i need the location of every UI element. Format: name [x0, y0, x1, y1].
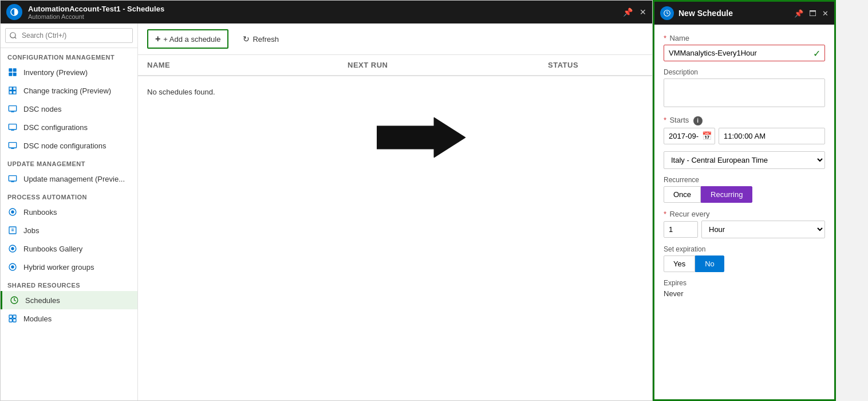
window-controls: 📌 ✕ — [623, 7, 646, 17]
calendar-icon[interactable]: 📅 — [702, 131, 712, 140]
sidebar: Configuration Management Inventory (Prev… — [1, 23, 138, 400]
sidebar-item-dsc-node-configurations[interactable]: DSC node configurations — [1, 136, 137, 155]
col-header-name: Name — [147, 61, 348, 69]
starts-required-star: * — [664, 116, 666, 124]
date-input-wrapper: 📅 — [664, 128, 715, 144]
expires-label: Expires — [664, 279, 825, 287]
recur-every-unit-select[interactable]: HourDayWeekMonth — [701, 221, 825, 238]
refresh-icon: ↻ — [243, 34, 250, 44]
panel-close-icon[interactable]: ✕ — [822, 9, 828, 18]
recurrence-recurring-button[interactable]: Recurring — [701, 186, 752, 203]
inventory-icon — [7, 67, 18, 77]
name-required-star: * — [664, 34, 666, 42]
pin-icon[interactable]: 📌 — [623, 7, 633, 17]
sidebar-item-inventory[interactable]: Inventory (Preview) — [1, 63, 137, 81]
recur-every-label: * Recur every — [664, 210, 825, 218]
time-input[interactable] — [719, 128, 825, 144]
svg-rect-28 — [13, 315, 16, 318]
sidebar-item-runbooks-gallery[interactable]: Runbooks Gallery — [1, 239, 137, 258]
timezone-select[interactable]: Italy - Central European TimeUTCPacific … — [664, 151, 825, 169]
recurrence-label: Recurrence — [664, 176, 825, 184]
dsc-node-config-icon — [7, 140, 18, 151]
add-schedule-button[interactable]: + + Add a schedule — [147, 29, 228, 49]
description-label: Description — [664, 68, 825, 76]
sidebar-item-label: DSC node configurations — [23, 141, 106, 150]
starts-info-icon[interactable]: i — [693, 116, 703, 125]
sidebar-item-label: Hybrid worker groups — [23, 263, 94, 272]
sidebar-item-label: DSC nodes — [23, 105, 61, 113]
timezone-field-group: Italy - Central European TimeUTCPacific … — [664, 151, 825, 169]
set-expiration-field-group: Set expiration Yes No — [664, 245, 825, 272]
toolbar: + + Add a schedule ↻ Refresh — [138, 23, 652, 55]
svg-rect-27 — [9, 315, 12, 318]
name-check-icon: ✓ — [813, 48, 820, 58]
window-subtitle: Automation Account — [28, 13, 623, 20]
refresh-label: Refresh — [252, 35, 279, 44]
dsc-nodes-icon — [7, 104, 18, 114]
section-header-config: Configuration Management — [1, 48, 137, 63]
expires-section: Expires Never — [664, 279, 825, 298]
add-schedule-label: + Add a schedule — [163, 35, 220, 44]
svg-rect-29 — [9, 319, 12, 322]
search-input[interactable] — [5, 28, 133, 43]
sidebar-item-change-tracking[interactable]: Change tracking (Preview) — [1, 81, 137, 100]
sidebar-item-label: Schedules — [25, 296, 60, 305]
col-header-next-run: Next Run — [348, 61, 548, 69]
name-input[interactable] — [664, 45, 825, 61]
sidebar-item-label: Jobs — [23, 226, 39, 235]
main-window: AutomationAccount-Test1 - Schedules Auto… — [0, 0, 653, 401]
add-icon: + — [155, 34, 160, 44]
title-bar: AutomationAccount-Test1 - Schedules Auto… — [1, 1, 652, 23]
col-header-status: Status — [548, 61, 643, 69]
arrow-right — [377, 115, 468, 160]
name-label: * Name — [664, 34, 825, 42]
section-header-update: Update Management — [1, 155, 137, 170]
description-input[interactable] — [664, 78, 825, 107]
svg-rect-7 — [9, 91, 12, 94]
panel-pin-icon[interactable]: 📌 — [794, 9, 803, 18]
sidebar-item-jobs[interactable]: Jobs — [1, 221, 137, 239]
expiration-no-button[interactable]: No — [695, 255, 724, 272]
recur-every-input[interactable] — [664, 221, 698, 238]
svg-rect-5 — [9, 87, 12, 90]
svg-rect-4 — [13, 73, 17, 76]
sidebar-item-modules[interactable]: Modules — [1, 309, 137, 328]
sidebar-item-update-management[interactable]: Update management (Previe... — [1, 170, 137, 188]
section-header-shared: Shared Resources — [1, 276, 137, 291]
svg-rect-6 — [13, 87, 16, 90]
modules-icon — [7, 313, 18, 324]
update-management-icon — [7, 174, 18, 184]
panel-minimize-icon[interactable]: 🗖 — [809, 9, 816, 18]
sidebar-item-dsc-nodes[interactable]: DSC nodes — [1, 100, 137, 118]
panel-logo — [660, 6, 674, 20]
set-expiration-label: Set expiration — [664, 245, 825, 253]
svg-rect-2 — [13, 68, 17, 72]
panel-controls: 📌 🗖 ✕ — [794, 9, 828, 18]
starts-row: 📅 — [664, 128, 825, 144]
name-input-wrapper: ✓ — [664, 45, 825, 61]
main-pane: + + Add a schedule ↻ Refresh Name Next R… — [138, 23, 652, 400]
recurrence-once-button[interactable]: Once — [664, 186, 701, 203]
svg-marker-31 — [377, 117, 465, 158]
change-tracking-icon — [7, 85, 18, 96]
section-header-process: Process Automation — [1, 188, 137, 203]
recurrence-buttons: Once Recurring — [664, 186, 825, 203]
dsc-configurations-icon — [7, 122, 18, 132]
refresh-button[interactable]: ↻ Refresh — [235, 30, 286, 48]
expiration-yes-button[interactable]: Yes — [664, 255, 695, 272]
jobs-icon — [7, 225, 18, 235]
svg-rect-8 — [13, 91, 16, 94]
sidebar-item-runbooks[interactable]: Runbooks — [1, 203, 137, 221]
table-empty-message: No schedules found. — [138, 76, 652, 108]
minimize-icon[interactable]: ✕ — [640, 7, 646, 17]
sidebar-item-dsc-configurations[interactable]: DSC configurations — [1, 118, 137, 136]
sidebar-item-schedules[interactable]: Schedules — [1, 291, 137, 309]
sidebar-item-hybrid-worker[interactable]: Hybrid worker groups — [1, 258, 137, 276]
app-logo — [6, 4, 22, 20]
content-area: Configuration Management Inventory (Prev… — [1, 23, 652, 400]
svg-point-17 — [11, 210, 14, 213]
runbooks-icon — [7, 207, 18, 217]
expiration-buttons: Yes No — [664, 255, 825, 272]
svg-rect-15 — [9, 176, 16, 181]
recur-every-row: HourDayWeekMonth — [664, 221, 825, 238]
